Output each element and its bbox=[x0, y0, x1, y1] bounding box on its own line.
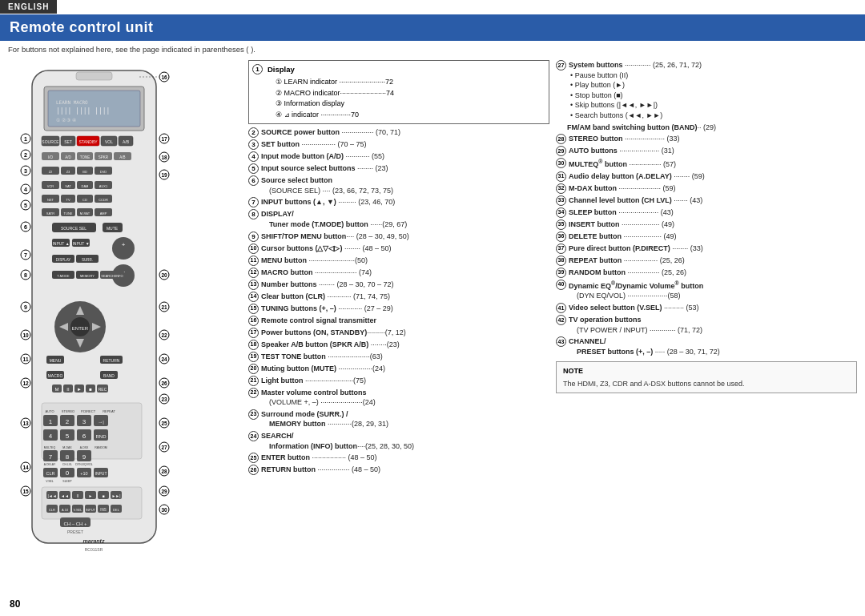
svg-text:28: 28 bbox=[161, 469, 167, 474]
svg-text:15: 15 bbox=[22, 489, 29, 494]
svg-text:4: 4 bbox=[24, 187, 27, 192]
svg-text:SOURCE SEL: SOURCE SEL bbox=[61, 226, 86, 231]
btn-27: 27 System buttons ············· (25, 26,… bbox=[556, 60, 857, 121]
display-item-2: ② MACRO indicator·······················… bbox=[268, 88, 394, 99]
svg-text:DVD: DVD bbox=[100, 170, 107, 174]
svg-text:V.SEL: V.SEL bbox=[46, 480, 54, 483]
svg-text:MEMORY: MEMORY bbox=[80, 274, 95, 278]
svg-text:8: 8 bbox=[66, 453, 70, 461]
svg-text:INPUT ▼: INPUT ▼ bbox=[72, 241, 89, 246]
page-title: Remote control unit bbox=[10, 19, 855, 36]
svg-text:INPUT: INPUT bbox=[86, 508, 96, 512]
svg-text:SATR: SATR bbox=[46, 211, 54, 215]
language-tab: ENGLISH bbox=[0, 0, 57, 14]
svg-text:TV: TV bbox=[66, 198, 70, 202]
svg-text:SURR.: SURR. bbox=[82, 258, 93, 262]
btn-15: 15 TUNING buttons (+, –) ············ (2… bbox=[248, 304, 549, 314]
svg-text:II: II bbox=[77, 493, 79, 498]
display-title: Display bbox=[268, 64, 394, 75]
main-content: LEARN MACRO |||| |||| |||| ① ② ③ ④ 1 2 3… bbox=[0, 44, 865, 616]
svg-text:CD: CD bbox=[82, 198, 87, 202]
btn-14: 14 Clear button (CLR) ············ (71, … bbox=[248, 292, 549, 302]
svg-text:DAM: DAM bbox=[82, 184, 89, 188]
btn-26: 26 RETURN button ················ (48 – … bbox=[248, 465, 549, 475]
svg-text:MACRO: MACRO bbox=[48, 373, 63, 378]
svg-text:BD: BD bbox=[82, 170, 87, 174]
svg-text:9: 9 bbox=[24, 304, 27, 310]
svg-text:DYN.EQ/VOL: DYN.EQ/VOL bbox=[75, 463, 92, 466]
btn-22: 22 Master volume control buttons (VOLUME… bbox=[248, 388, 549, 408]
svg-text:A/D: A/D bbox=[65, 155, 71, 159]
svg-text:REC: REC bbox=[99, 387, 107, 392]
svg-text:DEL: DEL bbox=[113, 508, 120, 512]
svg-text:SET: SET bbox=[64, 139, 72, 144]
svg-rect-1 bbox=[76, 72, 112, 80]
descriptions-section: 1 Display ① LEARN indicator ············… bbox=[248, 60, 857, 610]
svg-text:SOURCE: SOURCE bbox=[42, 139, 59, 144]
btn-12: 12 MACRO button ····················· (7… bbox=[248, 268, 549, 278]
btn-9: 9 SHIFT/TOP MENU button···· (28 – 30, 49… bbox=[248, 232, 549, 242]
svg-text:+10: +10 bbox=[80, 471, 87, 476]
btn-7: 7 INPUT buttons (▲, ▼) ········· (23, 46… bbox=[248, 197, 549, 207]
svg-text:① ② ③  ④: ① ② ③ ④ bbox=[56, 118, 76, 123]
svg-text:29: 29 bbox=[161, 489, 167, 494]
svg-text:23: 23 bbox=[161, 397, 167, 402]
svg-text:5: 5 bbox=[66, 433, 70, 440]
svg-text:◄◄: ◄◄ bbox=[61, 493, 69, 498]
svg-text:INPUT: INPUT bbox=[95, 471, 107, 476]
svg-text:27: 27 bbox=[161, 445, 167, 450]
svg-text:Z3: Z3 bbox=[66, 170, 70, 174]
svg-text:CLR: CLR bbox=[49, 508, 55, 512]
btn-41: 41 Video select button (V.SEL) ·········… bbox=[556, 303, 857, 313]
btn-19: 19 TEST TONE button ····················… bbox=[248, 352, 549, 362]
svg-text:A/B: A/B bbox=[123, 139, 130, 144]
btn-33: 33 Channel level button (CH LVL) ·······… bbox=[556, 195, 857, 206]
btn-11: 11 MENU button ·······················(5… bbox=[248, 256, 549, 266]
svg-text:VCR: VCR bbox=[47, 184, 54, 188]
svg-text:11: 11 bbox=[22, 356, 29, 362]
svg-text:26: 26 bbox=[161, 380, 167, 386]
svg-text:CH.LVL: CH.LVL bbox=[62, 463, 72, 466]
btn-40: 40 Dynamic EQ®/Dynamic Volume® button (D… bbox=[556, 280, 857, 301]
svg-text:RC011SR: RC011SR bbox=[85, 547, 103, 552]
svg-text:9: 9 bbox=[82, 453, 86, 461]
svg-text:■: ■ bbox=[102, 493, 104, 498]
svg-text:20: 20 bbox=[161, 272, 167, 278]
svg-text:Z2: Z2 bbox=[49, 170, 53, 174]
svg-text:19: 19 bbox=[161, 172, 167, 178]
btn-13: 13 Number buttons ········ (28 – 30, 70 … bbox=[248, 280, 549, 290]
svg-text:8: 8 bbox=[24, 272, 27, 278]
svg-text:NET: NET bbox=[47, 198, 54, 202]
svg-text:30: 30 bbox=[161, 507, 167, 513]
page-number: 80 bbox=[10, 598, 20, 610]
svg-text:3: 3 bbox=[82, 418, 86, 425]
svg-text:||||  ||||  ||||: |||| |||| |||| bbox=[56, 107, 110, 115]
btn-3: 3 SET button ················· (70 – 75) bbox=[248, 139, 549, 150]
page-wrapper: ENGLISH Remote control unit For buttons … bbox=[0, 0, 865, 616]
svg-text:P.DIRECT: P.DIRECT bbox=[81, 409, 96, 413]
svg-text:CCDR: CCDR bbox=[99, 198, 108, 202]
svg-text:2: 2 bbox=[24, 152, 27, 158]
svg-text:AUX1: AUX1 bbox=[99, 184, 108, 188]
btn-30: 30 MULTEQ® button ················ (57) bbox=[556, 158, 857, 170]
btn-32: 32 M-DAX button ····················· (5… bbox=[556, 183, 857, 194]
svg-text:■: ■ bbox=[89, 387, 92, 392]
svg-text:REPEAT: REPEAT bbox=[103, 409, 115, 413]
svg-text:CLR: CLR bbox=[46, 471, 54, 476]
svg-text:17: 17 bbox=[161, 136, 167, 142]
btn-31: 31 Audio delay button (A.DELAY) ········… bbox=[556, 171, 857, 182]
svg-text:22: 22 bbox=[161, 332, 167, 338]
svg-text:CH –   CH +: CH – CH + bbox=[63, 521, 87, 526]
svg-text:II: II bbox=[66, 387, 70, 392]
svg-text:BAND: BAND bbox=[103, 373, 115, 378]
svg-text:INS: INS bbox=[100, 508, 107, 512]
btn-38: 38 REPEAT button ················· (25, … bbox=[556, 256, 857, 266]
remote-control-image: LEARN MACRO |||| |||| |||| ① ② ③ ④ 1 2 3… bbox=[8, 62, 208, 559]
svg-text:V.SEL: V.SEL bbox=[74, 508, 83, 512]
btn-5: 5 Input source select buttons ········ (… bbox=[248, 163, 549, 174]
btn-17: 17 Power buttons (ON, STANDBY)·········(… bbox=[248, 328, 549, 338]
svg-text:AUTO: AUTO bbox=[45, 409, 54, 413]
svg-text:MENU: MENU bbox=[50, 358, 62, 363]
svg-text:►: ► bbox=[77, 387, 82, 392]
svg-text:marantz: marantz bbox=[83, 538, 105, 544]
